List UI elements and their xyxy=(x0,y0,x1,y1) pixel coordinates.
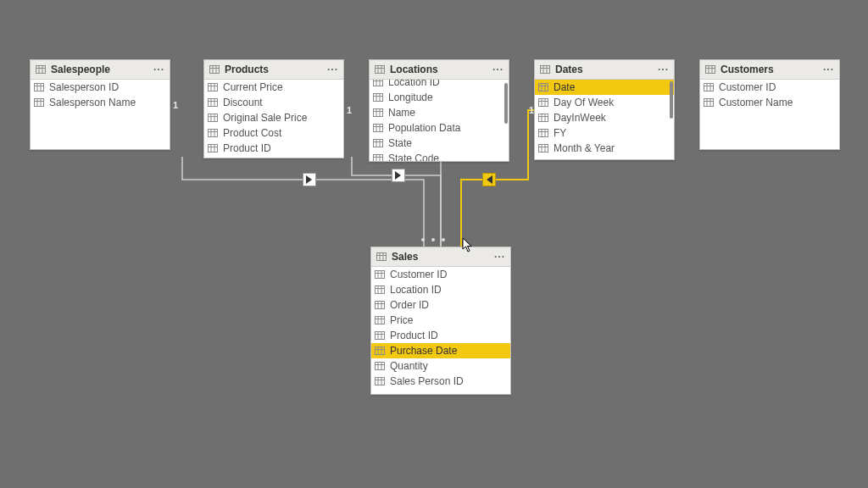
field-label: Purchase Date xyxy=(390,345,457,357)
field-item[interactable]: Day Of Week xyxy=(535,95,674,110)
svg-rect-88 xyxy=(706,66,715,74)
table-title: Salespeople xyxy=(51,64,110,75)
field-item[interactable]: Sales Person ID xyxy=(371,374,510,389)
field-label: Name xyxy=(388,107,415,119)
field-label: Original Sale Price xyxy=(223,112,307,124)
table-menu-button[interactable]: ··· xyxy=(658,60,669,79)
field-item[interactable]: Purchase Date xyxy=(371,343,510,358)
field-label: Sales Person ID xyxy=(390,375,464,387)
cardinality-many-sales xyxy=(421,238,445,241)
table-header-salespeople[interactable]: Salespeople ··· xyxy=(31,60,170,80)
field-item[interactable]: Product ID xyxy=(204,141,343,156)
scrollbar-thumb[interactable] xyxy=(670,81,673,119)
field-item[interactable]: Quantity xyxy=(371,358,510,374)
field-icon xyxy=(538,83,548,92)
table-menu-button[interactable]: ··· xyxy=(823,60,834,79)
table-menu-button[interactable]: ··· xyxy=(153,60,164,79)
svg-rect-108 xyxy=(376,286,385,294)
model-canvas[interactable]: 1 1 1 Salespeople ··· Salesperson ID Sal… xyxy=(0,0,868,488)
svg-rect-132 xyxy=(376,378,385,385)
field-icon xyxy=(375,377,385,385)
filter-direction-salespeople[interactable] xyxy=(303,173,316,186)
table-salespeople[interactable]: Salespeople ··· Salesperson ID Salespers… xyxy=(30,59,170,150)
field-label: Quantity xyxy=(390,360,428,372)
field-label: Location ID xyxy=(388,80,440,88)
table-icon xyxy=(36,65,46,74)
field-icon xyxy=(538,144,548,152)
table-icon xyxy=(540,65,550,74)
field-label: Salesperson Name xyxy=(49,97,136,108)
svg-rect-92 xyxy=(704,84,714,92)
field-label: Population Data xyxy=(388,122,460,134)
field-item[interactable]: Original Sale Price xyxy=(204,110,343,125)
table-menu-button[interactable]: ··· xyxy=(327,60,338,79)
table-sales[interactable]: Sales ··· Customer ID Location ID Order … xyxy=(370,247,511,395)
field-item[interactable]: Month & Year xyxy=(535,141,674,156)
svg-rect-4 xyxy=(35,84,44,92)
field-icon xyxy=(373,154,383,161)
field-item[interactable]: Discount xyxy=(204,95,343,110)
field-item[interactable]: Date xyxy=(535,80,674,95)
field-icon xyxy=(208,129,218,137)
field-item[interactable]: Longitude xyxy=(370,90,509,105)
table-header-products[interactable]: Products ··· xyxy=(204,60,343,80)
field-item[interactable]: Population Data xyxy=(370,120,509,136)
table-locations[interactable]: Locations ··· Location ID Longitude Name… xyxy=(369,59,509,162)
svg-rect-120 xyxy=(376,332,385,340)
field-label: Discount xyxy=(223,97,263,108)
table-header-customers[interactable]: Customers ··· xyxy=(700,60,839,80)
field-item[interactable]: Customer Name xyxy=(700,95,839,110)
field-label: Customer ID xyxy=(390,269,447,280)
field-icon xyxy=(373,108,383,117)
svg-rect-56 xyxy=(374,140,383,147)
table-header-dates[interactable]: Dates ··· xyxy=(535,60,674,80)
table-icon xyxy=(209,65,220,74)
filter-direction-products[interactable] xyxy=(392,169,405,182)
table-header-locations[interactable]: Locations ··· xyxy=(370,60,509,80)
svg-rect-16 xyxy=(209,84,218,92)
field-item[interactable]: State xyxy=(370,136,509,151)
table-menu-button[interactable]: ··· xyxy=(494,247,505,266)
table-menu-button[interactable]: ··· xyxy=(492,60,504,79)
table-header-sales[interactable]: Sales ··· xyxy=(371,247,510,267)
field-label: Product Cost xyxy=(223,127,281,139)
field-item[interactable]: Customer ID xyxy=(700,80,839,95)
field-item[interactable]: Customer ID xyxy=(371,267,510,282)
field-icon xyxy=(375,286,385,294)
scrollbar-thumb[interactable] xyxy=(504,83,508,124)
svg-rect-116 xyxy=(376,317,385,324)
svg-rect-68 xyxy=(539,84,548,92)
svg-rect-28 xyxy=(209,130,218,137)
table-icon xyxy=(376,252,387,261)
field-icon xyxy=(373,93,383,102)
field-icon xyxy=(704,98,714,107)
svg-rect-124 xyxy=(376,347,385,355)
field-item[interactable]: DayInWeek xyxy=(535,110,674,125)
field-item[interactable]: FY xyxy=(535,125,674,141)
field-item[interactable]: Current Price xyxy=(204,80,343,95)
table-products[interactable]: Products ··· Current Price Discount Orig… xyxy=(203,59,344,158)
field-item[interactable]: Product ID xyxy=(371,328,510,343)
field-item[interactable]: Salesperson ID xyxy=(31,80,170,95)
filter-direction-dates[interactable] xyxy=(482,173,496,186)
table-dates[interactable]: Dates ··· Date Day Of Week DayInWeek FY … xyxy=(534,59,675,160)
field-item[interactable]: Salesperson Name xyxy=(31,95,170,110)
field-item[interactable]: Name xyxy=(370,105,509,120)
field-item[interactable]: Location ID xyxy=(370,80,509,90)
field-icon xyxy=(375,331,385,340)
field-label: FY xyxy=(554,127,566,139)
field-icon xyxy=(375,362,385,370)
svg-rect-12 xyxy=(210,66,220,74)
svg-rect-100 xyxy=(377,253,387,261)
svg-rect-36 xyxy=(376,66,385,74)
field-item[interactable]: Location ID xyxy=(371,282,510,297)
table-customers[interactable]: Customers ··· Customer ID Customer Name xyxy=(699,59,840,150)
field-label: Salesperson ID xyxy=(49,81,119,93)
field-icon xyxy=(375,316,385,324)
field-item[interactable]: Price xyxy=(371,313,510,328)
field-item[interactable]: Product Cost xyxy=(204,125,343,141)
field-item[interactable]: Order ID xyxy=(371,297,510,313)
svg-rect-104 xyxy=(376,271,385,279)
field-label: Location ID xyxy=(390,284,442,296)
field-item[interactable]: State Code xyxy=(370,151,509,161)
